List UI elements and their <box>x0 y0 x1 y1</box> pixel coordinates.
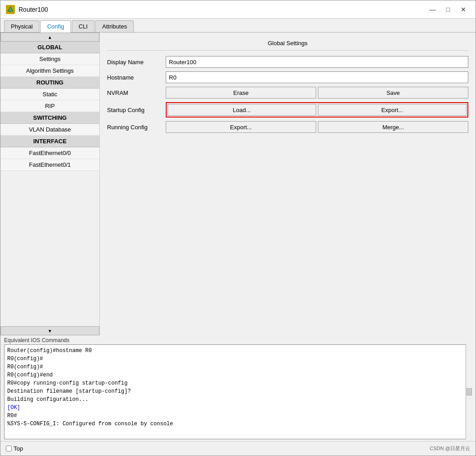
top-checkbox[interactable] <box>6 446 12 451</box>
main-window: Router100 — □ ✕ Physical Config CLI Attr… <box>0 0 476 456</box>
content-area: Global Settings Display Name Hostname NV… <box>100 33 476 335</box>
window-controls: — □ ✕ <box>426 4 470 15</box>
display-name-label: Display Name <box>107 59 166 66</box>
top-checkbox-wrapper: Top <box>6 445 23 452</box>
svg-marker-0 <box>8 7 13 11</box>
running-config-export-button[interactable]: Export... <box>166 121 316 133</box>
tab-attributes[interactable]: Attributes <box>95 20 134 32</box>
ios-line-1: Router(config)#hostname R0 <box>7 348 92 354</box>
window-title: Router100 <box>19 6 426 13</box>
running-config-label: Running Config <box>107 124 166 131</box>
startup-config-label: Startup Config <box>107 107 166 113</box>
sidebar-item-vlan-database[interactable]: VLAN Database <box>0 124 99 136</box>
sidebar-item-algorithm-settings[interactable]: Algorithm Settings <box>0 65 99 77</box>
minimize-button[interactable]: — <box>426 4 439 15</box>
hostname-label: Hostname <box>107 74 166 81</box>
display-name-input[interactable] <box>166 56 468 68</box>
ios-line-3: R0(config)# <box>7 364 43 370</box>
tab-cli[interactable]: CLI <box>72 20 94 32</box>
startup-config-highlight: Load... Export... <box>166 102 468 118</box>
sidebar-scroll-area: GLOBAL Settings Algorithm Settings ROUTI… <box>0 42 99 326</box>
display-name-row: Display Name <box>107 56 468 68</box>
top-checkbox-label: Top <box>14 445 23 452</box>
nvram-buttons: Erase Save <box>166 87 468 99</box>
sidebar-header-interface: INTERFACE <box>0 136 99 147</box>
sidebar-header-global: GLOBAL <box>0 42 99 53</box>
ios-line-2: R0(config)# <box>7 356 43 362</box>
status-bar: Top CSDN @日星月云 <box>0 441 476 456</box>
sidebar-item-fastethernet00[interactable]: FastEthernet0/0 <box>0 147 99 159</box>
tab-bar: Physical Config CLI Attributes <box>0 19 476 33</box>
ios-line-8: [OK] <box>7 404 20 411</box>
sidebar-item-rip[interactable]: RIP <box>0 100 99 112</box>
ios-line-5: R0#copy running-config startup-config <box>7 380 127 386</box>
watermark: CSDN @日星月云 <box>430 445 470 452</box>
title-bar: Router100 — □ ✕ <box>0 0 476 19</box>
close-button[interactable]: ✕ <box>457 4 470 15</box>
nvram-save-button[interactable]: Save <box>318 87 468 99</box>
ios-line-6: Destination filename [startup-config]? <box>7 388 131 395</box>
panel-title: Global Settings <box>107 40 468 51</box>
tab-config[interactable]: Config <box>40 20 71 33</box>
startup-config-export-button[interactable]: Export... <box>318 104 467 116</box>
ios-commands-label: Equivalent IOS Commands <box>4 337 472 343</box>
ios-line-10: %SYS-5-CONFIG_I: Configured from console… <box>7 421 173 427</box>
startup-config-load-button[interactable]: Load... <box>168 104 316 116</box>
ios-line-7: Building configuration... <box>7 396 89 403</box>
ios-commands-area: Equivalent IOS Commands Router(config)#h… <box>0 335 476 441</box>
main-content: ▲ GLOBAL Settings Algorithm Settings ROU… <box>0 33 476 335</box>
running-config-merge-button[interactable]: Merge... <box>318 121 468 133</box>
sidebar-header-routing: ROUTING <box>0 77 99 89</box>
nvram-erase-button[interactable]: Erase <box>166 87 316 99</box>
tab-physical[interactable]: Physical <box>4 20 39 32</box>
ios-line-9: R0# <box>7 413 17 419</box>
nvram-row: NVRAM Erase Save <box>107 87 468 99</box>
sidebar-item-static[interactable]: Static <box>0 89 99 100</box>
nvram-label: NVRAM <box>107 89 166 96</box>
sidebar-header-switching: SWITCHING <box>0 112 99 124</box>
startup-config-row: Startup Config Load... Export... <box>107 102 468 118</box>
ios-terminal[interactable]: Router(config)#hostname R0 R0(config)# R… <box>4 344 472 439</box>
hostname-row: Hostname <box>107 71 468 83</box>
running-config-row: Running Config Export... Merge... <box>107 121 468 133</box>
sidebar-scroll-up[interactable]: ▲ <box>0 33 99 42</box>
app-icon <box>6 5 15 14</box>
sidebar-item-fastethernet01[interactable]: FastEthernet0/1 <box>0 159 99 171</box>
running-config-buttons: Export... Merge... <box>166 121 468 133</box>
maximize-button[interactable]: □ <box>441 4 455 15</box>
hostname-input[interactable] <box>166 71 468 83</box>
sidebar-scroll-down[interactable]: ▼ <box>0 326 99 335</box>
status-bar-left: Top <box>6 445 23 452</box>
sidebar-item-settings[interactable]: Settings <box>0 53 99 65</box>
ios-line-4: R0(config)#end <box>7 372 53 378</box>
global-settings-panel: Global Settings Display Name Hostname NV… <box>100 33 476 335</box>
sidebar: ▲ GLOBAL Settings Algorithm Settings ROU… <box>0 33 100 335</box>
